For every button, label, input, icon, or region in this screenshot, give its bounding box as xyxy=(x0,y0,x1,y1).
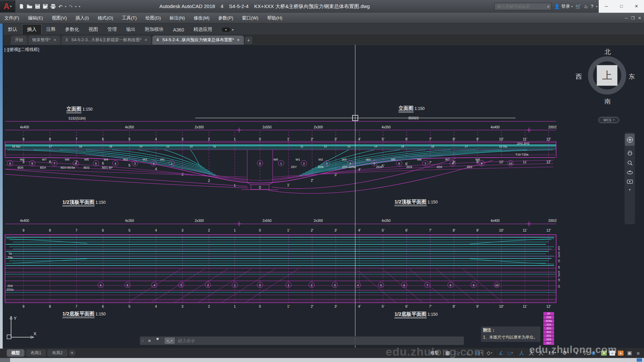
tab-close-icon[interactable]: ✕ xyxy=(144,38,147,42)
menu-item-N[interactable]: 标注(N) xyxy=(165,13,190,23)
open-file-icon[interactable] xyxy=(26,4,33,9)
tab-close-icon[interactable]: ✕ xyxy=(237,38,240,42)
app-menu-button[interactable]: A▾ xyxy=(0,0,15,12)
viewcube-north[interactable]: 北 xyxy=(604,48,611,56)
help-dropdown-icon[interactable]: ▾ xyxy=(596,5,597,8)
menu-item-E[interactable]: 编辑(E) xyxy=(23,13,47,23)
ortho-mode-icon[interactable]: ∟ xyxy=(464,348,473,358)
wcs-selector[interactable]: WCS▾ xyxy=(598,117,619,123)
search-input[interactable] xyxy=(496,4,546,9)
new-file-icon[interactable] xyxy=(19,4,24,9)
command-prompt-icon[interactable]: >_▾ xyxy=(165,338,175,344)
isometric-drafting-icon[interactable]: ◇▾ xyxy=(484,348,495,358)
zoom-icon[interactable] xyxy=(627,160,633,166)
command-line[interactable]: ⁞⁞ ✕ >_▾ xyxy=(140,336,464,345)
help-icon[interactable]: ? xyxy=(591,4,593,9)
ribbon-tab-精选应用[interactable]: 精选应用 xyxy=(189,24,217,35)
doc-restore-icon[interactable]: ❐ xyxy=(631,16,635,20)
polar-tracking-icon[interactable]: ◎▾ xyxy=(473,348,484,358)
navigation-wheel-icon[interactable] xyxy=(625,134,635,146)
file-tab-4[interactable]: 4 S4-5-2-4...纵向预应力钢束总体布置图*✕ xyxy=(152,36,244,45)
redo-dropdown-icon[interactable]: ▾ xyxy=(75,5,76,8)
viewport-controls[interactable]: [-][俯视][二维线框] xyxy=(4,47,39,53)
viewcube-east[interactable]: 东 xyxy=(629,72,635,81)
tab-close-icon[interactable]: ✕ xyxy=(53,38,56,42)
command-close-icon[interactable]: ✕ xyxy=(146,339,153,343)
ribbon-tab-默认[interactable]: 默认 xyxy=(3,24,22,35)
ribbon-display-caret-icon[interactable]: ▾ xyxy=(232,28,234,32)
minimize-icon[interactable]: ─ xyxy=(599,0,614,13)
ribbon-tab-插入[interactable]: 插入 xyxy=(22,24,42,35)
viewcube-west[interactable]: 西 xyxy=(576,72,582,81)
search-binoculars-icon[interactable]: ⌕ xyxy=(547,4,549,9)
show-motion-icon[interactable] xyxy=(627,179,633,184)
menu-item-T[interactable]: 工具(T) xyxy=(118,13,141,23)
a360-icon[interactable]: ♨ xyxy=(584,4,588,9)
graphics-performance-icon[interactable]: ◉ xyxy=(589,348,598,358)
menu-item-H[interactable]: 帮助(H) xyxy=(263,13,287,23)
command-input[interactable] xyxy=(177,338,464,344)
ribbon-display-toggle-icon[interactable]: ● xyxy=(222,27,230,32)
layout-tab-模型[interactable]: 模型 xyxy=(7,349,24,357)
add-layout-button[interactable]: + xyxy=(69,350,75,356)
menu-item-D[interactable]: 绘图(D) xyxy=(141,13,165,23)
layout-tab-布局2[interactable]: 布局2 xyxy=(47,349,67,357)
menu-item-F[interactable]: 文件(F) xyxy=(0,13,23,23)
customize-wrench-icon[interactable] xyxy=(153,338,162,344)
file-tab-2[interactable]: 钢束整理*✕ xyxy=(28,36,60,45)
ribbon-tab-A360[interactable]: A360 xyxy=(168,25,189,35)
ribbon-tab-注释[interactable]: 注释 xyxy=(42,24,60,35)
clipboard-chip-icon[interactable]: ▲ xyxy=(618,351,624,356)
command-drag-handle[interactable]: ⁞⁞ xyxy=(140,339,146,343)
maximize-icon[interactable]: □ xyxy=(614,0,629,13)
sheet-set-icon[interactable]: ▲ xyxy=(601,351,607,356)
plot-icon[interactable] xyxy=(50,4,56,9)
ribbon-tab-视图[interactable]: 视图 xyxy=(84,24,103,35)
help-search-box[interactable]: ⌕ xyxy=(494,3,551,10)
menu-item-O[interactable]: 格式(O) xyxy=(93,13,118,23)
annotation-autoscale-icon[interactable]: 人 xyxy=(527,348,536,358)
viewcube-top-face[interactable]: 上 xyxy=(597,65,618,86)
undo-dropdown-icon[interactable]: ▾ xyxy=(65,5,66,8)
sign-in-button[interactable]: 👤登录▾ xyxy=(554,3,573,9)
clean-screen-icon[interactable]: ▣ xyxy=(625,348,634,358)
customization-icon[interactable]: ≡ xyxy=(634,348,642,358)
menu-item-W[interactable]: 窗口(W) xyxy=(238,13,263,23)
grid-display-icon[interactable]: ▦ xyxy=(443,348,452,358)
menu-item-M[interactable]: 修改(M) xyxy=(189,13,214,23)
layer-chip-icon[interactable]: ▲ xyxy=(609,351,615,356)
annotation-visibility-icon[interactable]: 人 xyxy=(517,348,527,358)
viewcube-south[interactable]: 南 xyxy=(604,97,611,106)
model-space-button[interactable]: 模型 xyxy=(428,348,441,358)
object-snap-tracking-icon[interactable]: ∠ xyxy=(496,348,505,358)
annotation-monitor-icon[interactable]: + xyxy=(573,348,581,358)
app-store-cart-icon[interactable]: 🛒 xyxy=(575,4,581,9)
isolate-objects-icon[interactable]: ▽ xyxy=(580,348,589,358)
pan-hand-icon[interactable] xyxy=(627,150,633,156)
object-snap-icon[interactable]: □▾ xyxy=(505,348,515,358)
ribbon-tab-参数化[interactable]: 参数化 xyxy=(60,24,84,35)
close-icon[interactable]: ✕ xyxy=(629,0,644,13)
orbit-icon[interactable] xyxy=(627,170,633,175)
new-tab-button[interactable]: + xyxy=(245,37,252,44)
file-tab-3[interactable]: 3 S4-5-2-3...大桥&主桥箱梁一般构造图*✕ xyxy=(61,36,151,45)
save-as-icon[interactable] xyxy=(43,4,48,9)
menu-item-P[interactable]: 参数(P) xyxy=(214,13,238,23)
undo-icon[interactable]: ↶ xyxy=(58,4,63,9)
workspace-gear-icon[interactable]: ⚙▾ xyxy=(560,348,571,358)
viewcube[interactable]: 上 北 南 西 东 xyxy=(581,51,633,108)
file-tab-1[interactable]: 开始 xyxy=(11,36,27,45)
annotation-scale-value[interactable]: 1:1▾ xyxy=(546,348,558,358)
doc-minimize-icon[interactable]: ─ xyxy=(625,16,628,20)
menu-item-V[interactable]: 视图(V) xyxy=(47,13,71,23)
layout-tab-布局1[interactable]: 布局1 xyxy=(26,349,46,357)
ribbon-tab-附加模块[interactable]: 附加模块 xyxy=(140,24,168,35)
ribbon-tab-输出[interactable]: 输出 xyxy=(121,24,140,35)
snap-mode-icon[interactable]: ∷▾ xyxy=(452,348,462,358)
doc-close-icon[interactable]: ✕ xyxy=(638,16,641,20)
navbar-more-icon[interactable]: ▾ xyxy=(629,188,631,191)
ribbon-tab-管理[interactable]: 管理 xyxy=(103,24,121,35)
annotation-scale-icon[interactable]: 人 xyxy=(536,348,546,358)
save-icon[interactable] xyxy=(35,4,40,9)
menu-item-I[interactable]: 插入(I) xyxy=(71,13,93,23)
